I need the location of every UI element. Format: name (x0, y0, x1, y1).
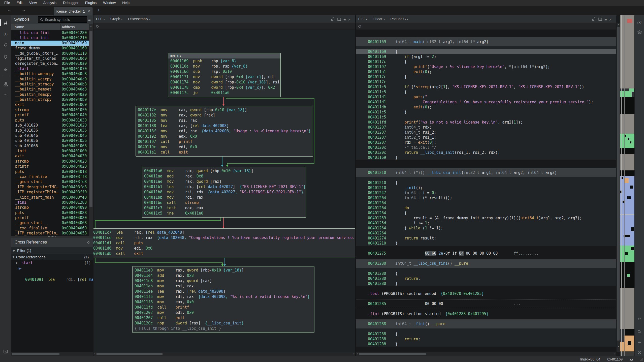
scrollbar-thumb[interactable] (12, 353, 59, 355)
code-line[interactable]: 00401169{ (356, 49, 616, 54)
scroll-right-icon[interactable]: ▸ (615, 352, 616, 355)
expand-arrow-icon[interactable]: ▼ (12, 254, 15, 260)
symbol-row[interactable]: __libc_start_main0x000403fe0 (11, 195, 89, 200)
symbol-row[interactable]: _ITM_registerTMCloneTable0x000403ff0 (11, 190, 89, 195)
hex-row[interactable]: 00401275 66 66 2e-0f 1f 84 00 00 00 00 0… (356, 251, 616, 256)
symbol-row[interactable]: __builtin_strcpy0x0004040b0 (11, 97, 89, 102)
symbol-row[interactable]: __cxa_finalize0x000403ff8 (11, 174, 89, 179)
symbol-row[interactable]: __libc_csu_init0x000401210 (11, 35, 89, 40)
code-line[interactable]: 004011db exit(0); (356, 105, 616, 110)
close-icon[interactable]: × (348, 17, 350, 22)
code-line[interactable]: 00401288{ (356, 331, 616, 337)
code-line[interactable]: 0040120c return __libc_csu_init(rdi_1, r… (356, 150, 616, 155)
search-icon[interactable] (635, 328, 644, 336)
symbol-row[interactable]: __builtin_strncpy0x0004040b8 (11, 82, 89, 87)
types-icon[interactable]: {T} (0, 30, 11, 38)
code-line[interactable]: 00401274 return result; (356, 236, 616, 241)
code-line[interactable]: 0040117c { (356, 59, 616, 64)
tab-close-icon[interactable]: ✕ (87, 9, 90, 13)
code-line[interactable]: 00401264 (356, 231, 616, 236)
close-icon[interactable]: × (609, 17, 611, 22)
menu-edit[interactable]: Edit (13, 0, 26, 6)
symbol-row[interactable]: register_tm_clones0x0004010d0 (11, 56, 89, 61)
menu-view[interactable]: View (26, 0, 40, 6)
code-line[interactable]: 0040117c (356, 79, 616, 84)
code-line[interactable]: 00401264 int64_t (* result)(); (356, 195, 616, 200)
pin-icon[interactable]: ◇ (87, 240, 90, 245)
hierarchy-icon[interactable] (0, 80, 11, 88)
symbols-scrollbar[interactable]: ▲ (89, 24, 93, 236)
symbol-row[interactable]: __do_global_dtors_aux0x000401110 (11, 51, 89, 56)
symbol-row[interactable]: __cxa_finalize0x000404060 (11, 226, 89, 231)
code-line[interactable]: 00401280 return; (356, 276, 616, 281)
basic-block-1[interactable]: 0040117e mov rax, qword [rbp-0x10 {var_1… (136, 106, 313, 157)
code-line[interactable]: 00401210 _init(); (356, 185, 616, 190)
code-line[interactable]: 004011c5 if (!strcmp(arg2[1], "KS-LICENS… (356, 84, 616, 89)
feature-map[interactable] (620, 15, 634, 356)
symbol-row[interactable]: sub_4010200x000401020 (11, 123, 89, 128)
code-line[interactable]: 00401264 } while (1 != i); (356, 226, 616, 231)
symbol-row[interactable]: puts0x000404088 (11, 210, 89, 215)
link-icon[interactable] (592, 17, 596, 22)
symbols-menu-icon[interactable]: ≡ (88, 17, 91, 22)
function-header-row[interactable]: 00401210int64_t (*)() __libc_csu_init(in… (356, 168, 616, 177)
code-line[interactable]: 004011d1 Congratulations ! You have succ… (356, 100, 616, 105)
collapse-arrow-icon[interactable]: ▶ (13, 247, 15, 254)
symbol-row[interactable]: __builtin_wcscpy0x0004040c0 (11, 77, 89, 82)
xrefs-code-references-row[interactable]: ▼ Code References {1} (11, 254, 93, 260)
symbol-row[interactable]: sub_4010460x000401046 (11, 133, 89, 138)
menu-help[interactable]: Help (119, 0, 133, 6)
menu-icon[interactable]: ≡ (343, 17, 346, 22)
xrefs-function-row[interactable]: ▼ _start {1} (11, 260, 93, 266)
resize-grip[interactable] (640, 358, 643, 361)
graph-canvas[interactable]: main:00401169 push rbp {var_8}0040116a m… (93, 30, 355, 352)
code-line[interactable]: 00401207 int32_t rdi_1; (356, 135, 616, 140)
graph-dropdown-graph[interactable]: Graph ▾ (110, 17, 122, 21)
symbols-icon[interactable] (0, 19, 11, 26)
link-icon[interactable] (331, 17, 335, 22)
code-line[interactable]: 00401288} (356, 342, 616, 347)
column-address[interactable]: Address (62, 25, 75, 29)
tags-icon[interactable] (0, 41, 11, 49)
symbol-row[interactable]: printf0x000404080 (11, 215, 89, 220)
code-line[interactable]: 00401264 do (356, 205, 616, 210)
split-icon[interactable] (598, 17, 602, 22)
scrollbar-thumb[interactable] (359, 353, 426, 355)
code-line[interactable]: 004011c5 { (356, 89, 616, 95)
scroll-down-icon[interactable]: ▼ (617, 345, 620, 348)
layers-icon[interactable] (635, 28, 644, 36)
code-line[interactable]: 0040120c /* tailcall */ (356, 145, 616, 150)
symbol-row[interactable]: puts0x000401030 (11, 118, 89, 123)
linear-dropdown-pseudo-c[interactable]: Pseudo C ▾ (390, 17, 408, 21)
symbol-row[interactable]: _start0x000401070 (11, 66, 89, 71)
scroll-left-icon[interactable]: ◂ (94, 352, 95, 355)
code-line[interactable]: 004011d1 puts(" (356, 95, 616, 100)
code-line[interactable]: 00401247 int64_t i = 0; (356, 190, 616, 195)
graph-hscrollbar[interactable]: ◂▸ (93, 352, 355, 356)
code-line[interactable]: 004011fd printf("%s is not a valid licen… (356, 120, 616, 125)
linear-dropdown-elf[interactable]: ELF ▾ (358, 17, 367, 21)
lock-icon[interactable] (630, 357, 633, 361)
code-line[interactable]: 00401210{ (356, 180, 616, 185)
menu-debugger[interactable]: Debugger (60, 0, 82, 6)
function-header-row[interactable]: 00401280int64_t __libc_csu_fini() __pure (356, 259, 616, 268)
bug-icon[interactable] (0, 66, 11, 73)
code-line[interactable]: 0040125d i += 1; (356, 221, 616, 226)
symbol-row[interactable]: _ITM_deregisterTMCloneTable0x000403fd8 (11, 185, 89, 190)
symbol-row[interactable]: frame_dummy0x000401160 (11, 46, 89, 51)
history-icon[interactable] (635, 349, 644, 356)
ellipsis-icon[interactable] (0, 91, 11, 99)
code-line[interactable]: 00401207 int64_t rdx; (356, 125, 616, 130)
symbol-row[interactable]: sub_4010660x000401066 (11, 143, 89, 148)
symbol-row[interactable]: __builtin_memcpy0x0004040a0 (11, 92, 89, 97)
linear-hscrollbar[interactable]: ◂▸ (356, 352, 616, 356)
new-tab-button[interactable]: + (97, 7, 100, 13)
code-line[interactable]: 00401288 return; (356, 337, 616, 342)
graph-dropdown-disassembly[interactable]: Disassembly ▾ (128, 17, 150, 21)
scroll-up-icon[interactable]: ▲ (89, 24, 93, 27)
symbol-row[interactable]: exit0x000401060 (11, 102, 89, 107)
back-arrow-icon[interactable]: ← (7, 8, 11, 13)
console-icon[interactable] (0, 348, 11, 355)
basic-block-0[interactable]: main:00401169 push rbp {var_8}0040116a m… (168, 53, 281, 97)
split-icon[interactable] (337, 17, 341, 22)
